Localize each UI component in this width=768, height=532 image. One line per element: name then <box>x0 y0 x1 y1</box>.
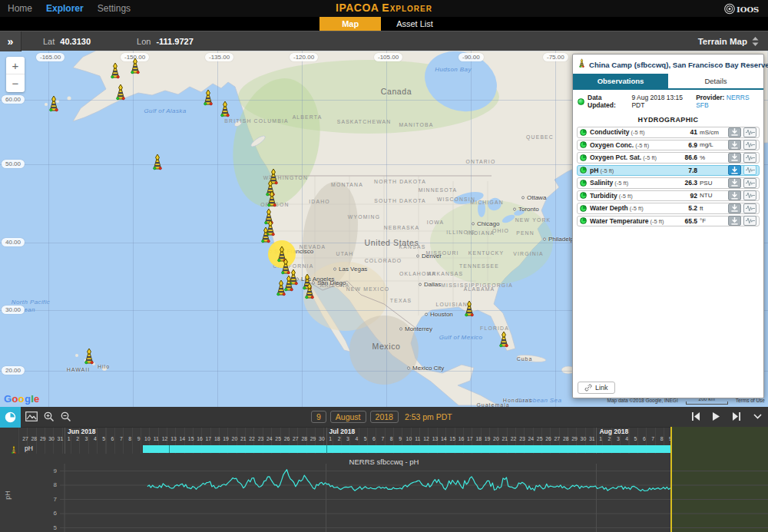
buoy-marker[interactable] <box>200 89 216 107</box>
timeseries-toggle-button[interactable] <box>743 165 756 175</box>
latitude-label: 30.00 <box>2 306 25 314</box>
observation-unit: °F <box>700 217 726 224</box>
observation-row-turbidity[interactable]: Turbidity (-5 ft)92NTU <box>577 190 760 202</box>
chart-y-tick: 9 <box>43 468 57 474</box>
observation-value: 92 <box>671 192 697 200</box>
state-label: INDIANA <box>467 230 495 236</box>
observation-row-ph[interactable]: pH (-5 ft)7.8 <box>577 165 760 177</box>
ph-timeseries-chart <box>0 407 768 532</box>
basemap-label: Terrain Map <box>698 37 747 46</box>
waveform-icon <box>746 141 755 148</box>
basemap-selector[interactable]: Terrain Map <box>698 37 759 46</box>
current-time-marker[interactable] <box>670 427 672 532</box>
buoy-marker[interactable] <box>127 58 143 75</box>
observation-row-salinity[interactable]: Salinity (-5 ft)26.3PSU <box>577 177 760 189</box>
panel-tab-details[interactable]: Details <box>668 74 763 88</box>
city-dot <box>543 237 546 240</box>
timeseries-toggle-button[interactable] <box>743 178 756 188</box>
provider-label: Provider: <box>696 94 724 101</box>
observation-row-water-temperature[interactable]: Water Temperature (-5 ft)65.5°F <box>577 216 760 227</box>
terms-of-use-link[interactable]: Terms of Use <box>736 398 765 403</box>
buoy-marker[interactable] <box>81 348 97 365</box>
buoy-marker[interactable] <box>108 62 123 80</box>
google-logo: Google <box>4 393 40 405</box>
ph-data-line <box>147 470 670 491</box>
link-button[interactable]: Link <box>578 382 615 394</box>
download-button[interactable] <box>728 178 741 188</box>
sort-arrows-icon <box>752 37 759 46</box>
station-panel: China Camp (sfbccwq), San Francisco Bay … <box>572 54 764 398</box>
data-age-icon <box>580 141 587 148</box>
download-icon <box>730 217 739 225</box>
buoy-icon <box>273 279 289 297</box>
place-label: Honduras <box>503 398 532 403</box>
place-label: HAWAII <box>67 367 90 372</box>
place-label: Cuba <box>517 356 533 362</box>
state-label: KENTUCKY <box>468 250 505 256</box>
timeseries-toggle-button[interactable] <box>743 203 756 213</box>
data-age-icon <box>580 129 587 136</box>
data-updated-value: 9 Aug 2018 13:15 PDT <box>631 94 693 109</box>
buoy-marker[interactable] <box>150 154 165 171</box>
section-title: HYDROGRAPHIC <box>573 113 763 125</box>
observation-row-water-depth[interactable]: Water Depth (-5 ft)5.2ft <box>577 203 760 214</box>
observation-row-oxygen-conc-[interactable]: Oxygen Conc. (-5 ft)6.9mg/L <box>577 140 760 151</box>
download-icon <box>730 204 739 212</box>
observation-row-conductivity[interactable]: Conductivity (-5 ft)41mS/cm <box>577 127 760 138</box>
buoy-icon <box>150 154 165 171</box>
city-label: Houston <box>425 311 453 318</box>
download-button[interactable] <box>728 190 741 200</box>
buoy-marker[interactable] <box>273 279 289 297</box>
chart-y-tick: 8 <box>43 481 57 488</box>
state-label: ALBERTA <box>293 114 323 120</box>
buoy-marker[interactable] <box>258 226 273 244</box>
observation-label: Water Temperature (-5 ft) <box>590 217 671 225</box>
map-zoom-control: + − <box>6 57 25 92</box>
tab-map[interactable]: Map <box>319 17 381 31</box>
data-age-icon <box>580 167 587 173</box>
buoy-icon <box>108 62 123 80</box>
download-button[interactable] <box>728 203 741 213</box>
status-dot-icon <box>578 98 584 105</box>
svg-text:IOOS: IOOS <box>737 5 759 14</box>
tab-asset-list[interactable]: Asset List <box>381 17 449 31</box>
expand-panel-button[interactable]: » <box>0 31 22 51</box>
state-label: ARKANSAS <box>428 271 464 276</box>
download-button[interactable] <box>728 140 741 150</box>
timeseries-toggle-button[interactable] <box>743 140 756 150</box>
download-button[interactable] <box>728 153 741 163</box>
download-button[interactable] <box>728 216 741 226</box>
observation-row-oxygen-pct-sat-[interactable]: Oxygen Pct. Sat. (-5 ft)86.6% <box>577 152 760 164</box>
buoy-icon <box>113 84 128 101</box>
city-dot <box>472 222 475 225</box>
station-title: China Camp (sfbccwq), San Francisco Bay … <box>589 61 768 69</box>
buoy-icon <box>578 58 586 68</box>
buoy-marker[interactable] <box>113 84 128 101</box>
timeseries-toggle-button[interactable] <box>743 127 756 137</box>
buoy-marker[interactable] <box>496 331 511 349</box>
longitude-label: -120.00 <box>290 53 318 61</box>
buoy-marker[interactable] <box>462 300 477 318</box>
zoom-out-button[interactable]: − <box>6 74 25 92</box>
state-label: IOWA <box>427 220 445 225</box>
download-button[interactable] <box>728 127 741 137</box>
buoy-marker[interactable] <box>46 95 61 113</box>
chart-y-tick: 7 <box>43 496 57 503</box>
download-button[interactable] <box>728 165 741 175</box>
observation-label: Conductivity (-5 ft) <box>590 128 671 136</box>
buoy-marker[interactable] <box>217 101 233 118</box>
timeseries-toggle-button[interactable] <box>743 153 756 163</box>
app-title-sub: Explorer <box>382 2 432 14</box>
timeseries-toggle-button[interactable] <box>743 216 756 226</box>
observation-value: 7.8 <box>671 167 697 174</box>
state-label: TEXAS <box>390 298 412 303</box>
zoom-in-button[interactable]: + <box>6 57 25 74</box>
link-button-label: Link <box>595 384 608 392</box>
observation-value: 5.2 <box>671 204 697 212</box>
timeseries-toggle-button[interactable] <box>743 190 756 200</box>
latitude-label: 60.00 <box>2 95 25 104</box>
buoy-marker[interactable] <box>302 283 317 300</box>
scale-bar <box>686 401 728 405</box>
panel-tab-observations[interactable]: Observations <box>573 74 668 88</box>
buoy-marker[interactable] <box>264 190 280 208</box>
